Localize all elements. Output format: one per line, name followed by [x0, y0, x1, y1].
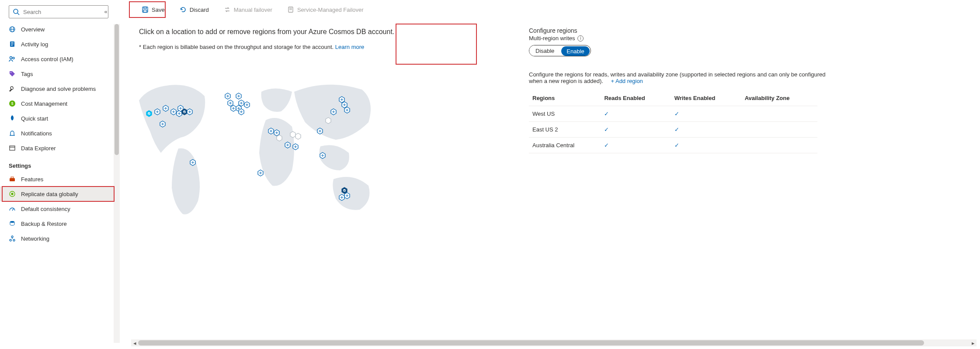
map-region-hex[interactable] — [295, 133, 302, 140]
cell-writes: ✓ — [671, 106, 741, 122]
cost-icon: $ — [9, 100, 16, 107]
add-region-link[interactable]: + Add region — [611, 78, 643, 84]
sidebar-item-label: Tags — [21, 71, 33, 77]
intro-note: * Each region is billable based on the t… — [139, 44, 335, 50]
map-region-hex[interactable] — [235, 93, 242, 100]
cell-writes: ✓ — [671, 138, 741, 153]
globe-icon — [9, 26, 16, 33]
discard-button[interactable]: Discard — [177, 3, 212, 16]
svg-line-1 — [17, 13, 19, 15]
sidebar-item-notifications[interactable]: Notifications — [0, 126, 114, 141]
scroll-right-icon[interactable]: ▸ — [970, 339, 977, 346]
sidebar-item-overview[interactable]: Overview — [0, 22, 114, 37]
map-region-hex[interactable] — [330, 108, 337, 115]
scroll-left-icon[interactable]: ◂ — [131, 339, 138, 346]
managed-failover-label: Service-Managed Failover — [297, 7, 364, 13]
sidebar-item-quick-start[interactable]: Quick start — [0, 111, 114, 126]
map-region-hex[interactable] — [292, 143, 299, 150]
multi-region-label: Multi-region writes — [529, 35, 575, 41]
map-region-hex[interactable] — [276, 135, 283, 142]
cell-region: Australia Central — [529, 138, 601, 153]
bell-icon — [9, 130, 16, 137]
multi-region-toggle[interactable]: Disable Enable — [529, 45, 591, 56]
intro-block: Click on a location to add or remove reg… — [131, 19, 402, 50]
map-region-hex[interactable] — [224, 93, 231, 100]
learn-more-link[interactable]: Learn more — [335, 44, 364, 50]
network-icon — [9, 235, 16, 242]
collapse-sidebar-icon[interactable]: « — [101, 7, 110, 16]
map-region-hex[interactable] — [189, 159, 196, 166]
sidebar-item-backup-restore[interactable]: Backup & Restore — [0, 216, 114, 231]
svg-rect-7 — [11, 44, 14, 44]
svg-point-32 — [148, 112, 150, 115]
map-region-hex[interactable] — [344, 107, 351, 114]
table-row[interactable]: West US✓✓ — [529, 106, 817, 122]
map-region-hex[interactable] — [319, 152, 326, 159]
tag-icon — [9, 70, 16, 77]
map-region-hex[interactable] — [338, 194, 345, 201]
search-box[interactable] — [9, 5, 108, 18]
check-icon: ✓ — [604, 142, 609, 149]
map-region-hex[interactable] — [243, 101, 250, 108]
sidebar-item-label: Backup & Restore — [21, 221, 67, 227]
manual-failover-label: Manual failover — [234, 7, 272, 13]
table-row[interactable]: East US 2✓✓ — [529, 122, 817, 138]
map-region-hex[interactable] — [238, 108, 245, 115]
sidebar-item-diagnose-and-solve-problems[interactable]: Diagnose and solve problems — [0, 81, 114, 96]
sidebar-item-label: Diagnose and solve problems — [21, 86, 96, 92]
sidebar-item-features[interactable]: Features — [0, 172, 114, 187]
map-region-hex[interactable] — [186, 108, 193, 115]
sidebar-scrollbar[interactable] — [114, 24, 120, 343]
world-map[interactable] — [130, 61, 401, 236]
sidebar-item-label: Cost Management — [21, 100, 67, 107]
sidebar-item-label: Replicate data globally — [21, 191, 78, 197]
map-region-hex[interactable] — [154, 108, 161, 115]
toggle-enable[interactable]: Enable — [561, 46, 589, 56]
map-region-hex[interactable] — [159, 121, 166, 128]
sidebar-item-cost-management[interactable]: $Cost Management — [0, 96, 114, 111]
map-region-hex[interactable] — [284, 142, 291, 149]
check-icon: ✓ — [674, 126, 679, 133]
sidebar-item-default-consistency[interactable]: Default consistency — [0, 201, 114, 216]
sidebar-item-networking[interactable]: Networking — [0, 231, 114, 246]
horizontal-scrollbar[interactable]: ◂ ▸ — [131, 339, 977, 346]
col-region: Regions — [529, 90, 601, 106]
cell-writes: ✓ — [671, 122, 741, 138]
map-region-hex[interactable] — [162, 105, 169, 112]
svg-rect-17 — [11, 177, 14, 178]
cell-az — [741, 138, 817, 153]
map-region-hex[interactable] — [146, 110, 153, 117]
sidebar-item-replicate-data-globally[interactable]: Replicate data globally — [0, 187, 114, 201]
svg-marker-89 — [277, 135, 282, 141]
map-region-hex[interactable] — [325, 117, 332, 124]
check-icon: ✓ — [604, 126, 609, 133]
settings-header: Settings — [0, 155, 114, 172]
svg-marker-91 — [295, 133, 301, 139]
cell-reads: ✓ — [601, 138, 671, 153]
search-input[interactable] — [23, 9, 104, 15]
map-region-hex[interactable] — [316, 128, 323, 135]
sidebar-item-data-explorer[interactable]: Data Explorer — [0, 141, 114, 155]
save-button[interactable]: Save — [139, 3, 167, 16]
cell-reads: ✓ — [601, 106, 671, 122]
col-writes: Writes Enabled — [671, 90, 741, 106]
svg-point-24 — [11, 236, 13, 238]
sidebar-item-label: Quick start — [21, 115, 48, 122]
svg-point-21 — [10, 221, 14, 223]
info-icon[interactable]: i — [577, 35, 584, 41]
check-icon: ✓ — [674, 142, 679, 149]
explorer-icon — [9, 145, 16, 152]
sidebar-item-access-control-iam-[interactable]: Access control (IAM) — [0, 52, 114, 66]
intro-headline: Click on a location to add or remove reg… — [139, 28, 402, 36]
sidebar-item-label: Access control (IAM) — [21, 56, 73, 62]
toggle-disable[interactable]: Disable — [529, 45, 560, 56]
sidebar-item-activity-log[interactable]: Activity log — [0, 37, 114, 52]
configure-regions-panel: Configure regions Multi-region writes i … — [529, 27, 980, 153]
cell-az — [741, 106, 817, 122]
map-region-hex[interactable] — [257, 169, 264, 176]
table-row[interactable]: Australia Central✓✓ — [529, 138, 817, 153]
sidebar-item-tags[interactable]: Tags — [0, 66, 114, 81]
svg-point-121 — [343, 189, 346, 192]
svg-point-9 — [10, 57, 12, 59]
svg-point-19 — [11, 193, 13, 195]
